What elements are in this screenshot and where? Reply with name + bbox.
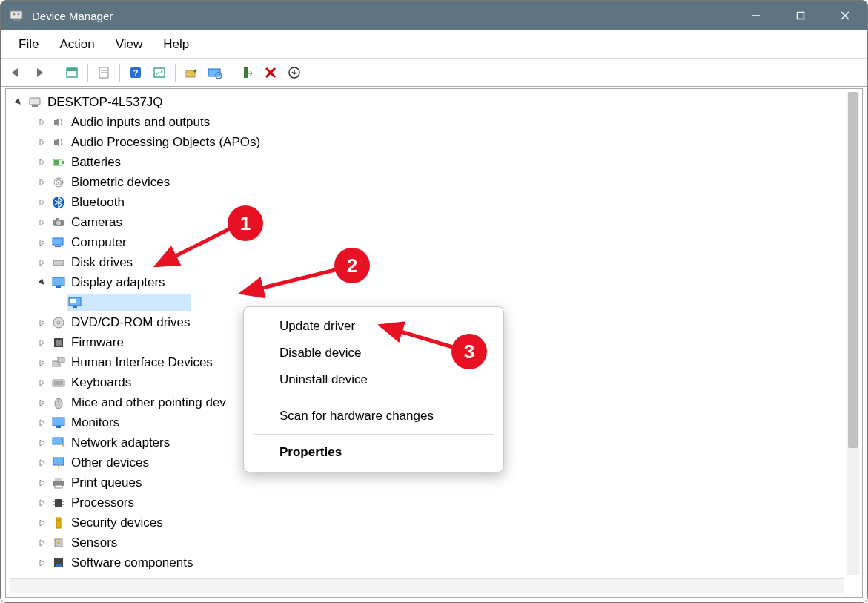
expander-icon[interactable] bbox=[36, 496, 49, 510]
menu-file[interactable]: File bbox=[8, 33, 49, 56]
tree-category[interactable]: Sensors bbox=[6, 533, 862, 553]
vertical-scrollbar[interactable] bbox=[847, 92, 859, 575]
toolbar-scan-hardware-button[interactable] bbox=[204, 62, 226, 83]
expander-icon[interactable] bbox=[36, 136, 49, 149]
tree-category-label: Audio Processing Objects (APOs) bbox=[71, 132, 260, 152]
expander-icon[interactable] bbox=[36, 276, 49, 289]
svg-rect-5 bbox=[798, 13, 804, 19]
svg-rect-39 bbox=[53, 277, 64, 286]
tree-root-label: DESKTOP-4L537JQ bbox=[47, 92, 163, 112]
tree-category[interactable]: Security devices bbox=[6, 513, 862, 533]
tree-category-label: Batteries bbox=[71, 152, 121, 172]
expander-icon[interactable] bbox=[36, 356, 49, 369]
expander-icon[interactable] bbox=[36, 396, 49, 409]
svg-rect-40 bbox=[56, 286, 61, 288]
camera-icon bbox=[50, 214, 67, 231]
toolbar-show-hidden-button[interactable] bbox=[61, 62, 83, 83]
svg-point-2 bbox=[13, 13, 16, 16]
context-item[interactable]: Uninstall device bbox=[244, 366, 503, 393]
tree-category-label: Monitors bbox=[71, 412, 119, 432]
scrollbar-thumb[interactable] bbox=[848, 92, 858, 448]
menu-help[interactable]: Help bbox=[153, 33, 199, 56]
tree-category[interactable]: Audio Processing Objects (APOs) bbox=[6, 132, 862, 152]
context-item[interactable]: Scan for hardware changes bbox=[244, 403, 503, 429]
window-title: Device Manager bbox=[32, 10, 734, 22]
maximize-button[interactable] bbox=[778, 1, 823, 30]
toolbar-forward-button[interactable] bbox=[29, 62, 51, 83]
expander-icon[interactable] bbox=[36, 516, 49, 530]
tree-category[interactable]: Batteries bbox=[6, 152, 862, 172]
toolbar-uninstall-button[interactable] bbox=[283, 62, 305, 83]
expander-icon[interactable] bbox=[36, 436, 49, 449]
toolbar-update-driver-button[interactable] bbox=[180, 62, 202, 83]
expander-icon[interactable] bbox=[12, 96, 25, 109]
minimize-button[interactable] bbox=[734, 1, 778, 30]
expander-icon[interactable] bbox=[36, 536, 49, 550]
toolbar-help-button[interactable]: ? bbox=[125, 62, 147, 83]
tree-category[interactable]: Display adapters bbox=[6, 272, 862, 292]
security-icon bbox=[50, 515, 67, 531]
expander-icon[interactable] bbox=[36, 376, 49, 389]
tree-root[interactable]: DESKTOP-4L537JQ bbox=[6, 92, 862, 112]
disk-icon bbox=[50, 254, 67, 271]
svg-rect-23 bbox=[30, 98, 40, 105]
svg-rect-49 bbox=[58, 357, 64, 363]
svg-point-30 bbox=[58, 181, 60, 183]
expander-icon[interactable] bbox=[36, 116, 49, 129]
expander-icon[interactable] bbox=[36, 236, 49, 249]
tree-category[interactable]: Cameras bbox=[6, 212, 862, 232]
toolbar-details-button[interactable] bbox=[148, 62, 170, 83]
tree-category[interactable]: Software components bbox=[6, 553, 862, 573]
tree-category[interactable]: Print queues bbox=[6, 472, 862, 492]
expander-icon[interactable] bbox=[36, 256, 49, 269]
svg-point-33 bbox=[56, 220, 61, 225]
toolbar-disable-button[interactable] bbox=[259, 62, 282, 83]
toolbar-enable-button[interactable] bbox=[236, 62, 258, 83]
tree-category[interactable]: Audio inputs and outputs bbox=[6, 112, 862, 132]
svg-rect-56 bbox=[56, 426, 61, 428]
expander-icon[interactable] bbox=[36, 156, 49, 169]
tree-category-label: Network adapters bbox=[71, 432, 170, 452]
printer-icon bbox=[50, 475, 67, 491]
expander-icon[interactable] bbox=[36, 316, 49, 329]
expander-icon[interactable] bbox=[36, 476, 49, 490]
svg-rect-68 bbox=[56, 518, 61, 528]
svg-rect-47 bbox=[56, 340, 62, 346]
context-item[interactable]: Properties bbox=[244, 439, 503, 466]
app-icon bbox=[8, 7, 24, 24]
tree-category[interactable]: Biometric devices bbox=[6, 172, 862, 192]
sensor-icon bbox=[50, 535, 67, 551]
tree-category[interactable]: Disk drives bbox=[6, 252, 862, 272]
expander-icon[interactable] bbox=[36, 336, 49, 349]
display-card-icon bbox=[67, 294, 83, 311]
expander-icon[interactable] bbox=[36, 456, 49, 469]
tree-category-label: Human Interface Devices bbox=[71, 352, 213, 372]
close-button[interactable] bbox=[823, 1, 867, 30]
fingerprint-icon bbox=[50, 174, 67, 191]
expander-icon[interactable] bbox=[36, 216, 49, 229]
toolbar-back-button[interactable] bbox=[5, 62, 27, 83]
tree-category-label: Bluetooth bbox=[71, 192, 125, 212]
expander-icon[interactable] bbox=[36, 196, 49, 209]
expander-icon[interactable] bbox=[36, 556, 49, 570]
tree-category-label: Computer bbox=[71, 232, 127, 252]
tree-category-label: Firmware bbox=[71, 332, 124, 352]
menu-action[interactable]: Action bbox=[49, 33, 105, 56]
tree-category-label: Mice and other pointing dev bbox=[71, 392, 226, 412]
annotation-badge-2: 2 bbox=[334, 248, 370, 283]
tree-category-label: Other devices bbox=[71, 452, 149, 472]
toolbar-properties-button[interactable] bbox=[93, 62, 115, 83]
expander-icon[interactable] bbox=[36, 416, 49, 429]
svg-point-71 bbox=[57, 541, 60, 544]
svg-rect-57 bbox=[53, 438, 63, 444]
keyboard-icon bbox=[50, 375, 67, 391]
tree-category[interactable]: Bluetooth bbox=[6, 192, 862, 212]
menu-view[interactable]: View bbox=[105, 33, 153, 56]
context-separator bbox=[253, 398, 494, 398]
hid-icon bbox=[50, 355, 67, 371]
tree-category-label: DVD/CD-ROM drives bbox=[71, 312, 191, 332]
menu-bar: File Action View Help bbox=[1, 30, 867, 59]
tree-category[interactable]: Processors bbox=[6, 492, 862, 513]
expander-icon[interactable] bbox=[36, 176, 49, 189]
tree-category[interactable]: Computer bbox=[6, 232, 862, 252]
